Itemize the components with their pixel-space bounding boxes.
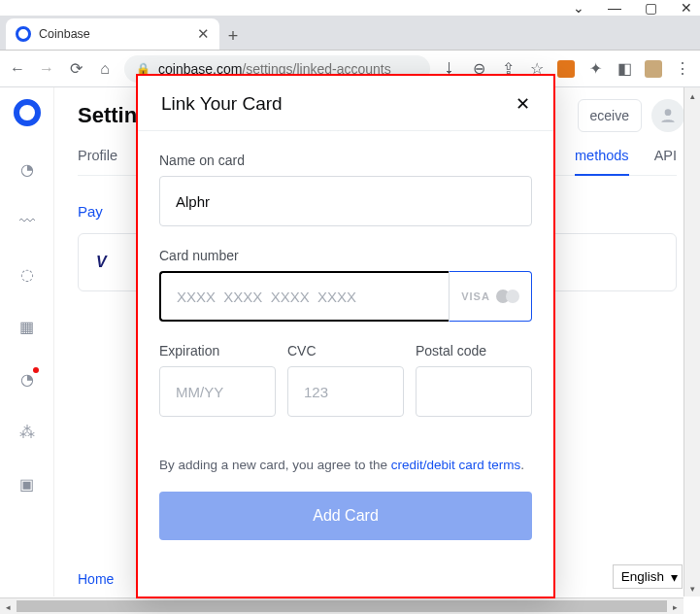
scroll-down-icon[interactable]: ▾ xyxy=(684,580,700,597)
scroll-up-icon[interactable]: ▴ xyxy=(684,87,700,104)
tab-close-icon[interactable]: ✕ xyxy=(197,25,210,43)
chevron-down-icon[interactable]: ⌄ xyxy=(573,0,584,16)
cvc-group: CVC xyxy=(287,343,404,417)
card-number-group: Card number VISA xyxy=(159,248,532,322)
avatar[interactable] xyxy=(651,99,684,132)
cvc-label: CVC xyxy=(287,343,404,358)
clock-icon[interactable]: ◔ xyxy=(17,159,37,179)
extensions-puzzle-icon[interactable]: ✦ xyxy=(585,59,605,79)
language-select[interactable]: English ▾ xyxy=(613,564,683,589)
kebab-menu-icon[interactable]: ⋮ xyxy=(673,59,692,79)
forward-icon[interactable]: → xyxy=(37,59,56,79)
scroll-right-icon[interactable]: ▸ xyxy=(667,598,683,614)
coinbase-favicon-icon xyxy=(16,26,31,42)
trending-icon[interactable]: 〰 xyxy=(17,212,37,231)
metamask-extension-icon[interactable] xyxy=(556,59,576,79)
tab-payment-methods[interactable]: methods xyxy=(575,148,629,176)
chevron-down-icon: ▾ xyxy=(671,569,678,585)
minimize-icon[interactable]: — xyxy=(608,0,621,16)
terms-text: By adding a new card, you agree to the c… xyxy=(159,458,532,472)
grid-icon[interactable]: ▦ xyxy=(17,317,37,336)
vertical-scrollbar[interactable]: ▴ ▾ xyxy=(683,87,700,597)
receive-button[interactable]: eceive xyxy=(578,99,642,132)
expiration-group: Expiration xyxy=(159,343,276,417)
coinbase-logo-icon[interactable] xyxy=(14,99,41,126)
name-on-card-group: Name on card xyxy=(159,153,532,226)
svg-point-0 xyxy=(665,109,672,116)
visa-icon: V xyxy=(96,254,123,271)
tab-title: Coinbase xyxy=(39,27,90,41)
reload-icon[interactable]: ⟳ xyxy=(66,59,85,79)
postal-group: Postal code xyxy=(416,343,532,417)
mastercard-icon xyxy=(496,289,519,304)
expiration-input[interactable] xyxy=(159,366,276,417)
card-details-row: Expiration CVC Postal code xyxy=(159,343,532,417)
modal-title: Link Your Card xyxy=(161,93,283,115)
terms-link[interactable]: credit/debit card terms xyxy=(391,458,521,472)
scroll-left-icon[interactable]: ◂ xyxy=(0,598,17,614)
gift-icon[interactable]: ▣ xyxy=(17,474,37,494)
home-icon[interactable]: ⌂ xyxy=(95,59,115,79)
name-on-card-input[interactable] xyxy=(159,176,532,226)
modal-close-button[interactable]: ✕ xyxy=(516,93,530,115)
horizontal-scrollbar[interactable]: ◂ ▸ xyxy=(0,597,683,614)
modal-header: Link Your Card ✕ xyxy=(138,76,553,131)
card-number-input[interactable] xyxy=(159,271,449,322)
cvc-input[interactable] xyxy=(287,366,404,417)
sidepanel-icon[interactable]: ◧ xyxy=(615,59,634,79)
explore-icon[interactable]: ◌ xyxy=(17,264,37,284)
visa-icon: VISA xyxy=(461,290,490,302)
invite-icon[interactable]: ⁂ xyxy=(17,422,37,441)
card-brand-box: VISA xyxy=(449,271,532,322)
scrollbar-thumb[interactable] xyxy=(17,600,667,612)
window-titlebar: ⌄ — ▢ ✕ xyxy=(0,0,700,16)
maximize-icon[interactable]: ▢ xyxy=(645,0,657,16)
tab-api[interactable]: API xyxy=(654,148,677,163)
expiration-label: Expiration xyxy=(159,343,276,358)
new-tab-button[interactable]: + xyxy=(219,22,247,50)
card-number-label: Card number xyxy=(159,248,532,263)
close-window-icon[interactable]: ✕ xyxy=(681,0,692,16)
link-card-modal: Link Your Card ✕ Name on card Card numbe… xyxy=(136,74,555,598)
postal-input[interactable] xyxy=(416,366,532,417)
browser-tabstrip: Coinbase ✕ + xyxy=(0,16,700,51)
modal-body: Name on card Card number VISA Expiration… xyxy=(138,131,553,597)
header-actions: eceive xyxy=(578,99,684,132)
back-icon[interactable]: ← xyxy=(8,59,27,79)
cat-extension-icon[interactable] xyxy=(644,59,663,79)
left-rail: ◔ 〰 ◌ ▦ ◔ ⁂ ▣ xyxy=(0,87,54,597)
bell-icon[interactable]: ◔ xyxy=(17,369,37,389)
name-on-card-label: Name on card xyxy=(159,153,532,168)
postal-label: Postal code xyxy=(416,343,532,358)
tab-profile[interactable]: Profile xyxy=(78,148,117,163)
add-card-button[interactable]: Add Card xyxy=(159,492,532,540)
browser-tab[interactable]: Coinbase ✕ xyxy=(6,18,219,50)
person-icon xyxy=(658,106,678,125)
footer-home-link[interactable]: Home xyxy=(78,571,114,587)
